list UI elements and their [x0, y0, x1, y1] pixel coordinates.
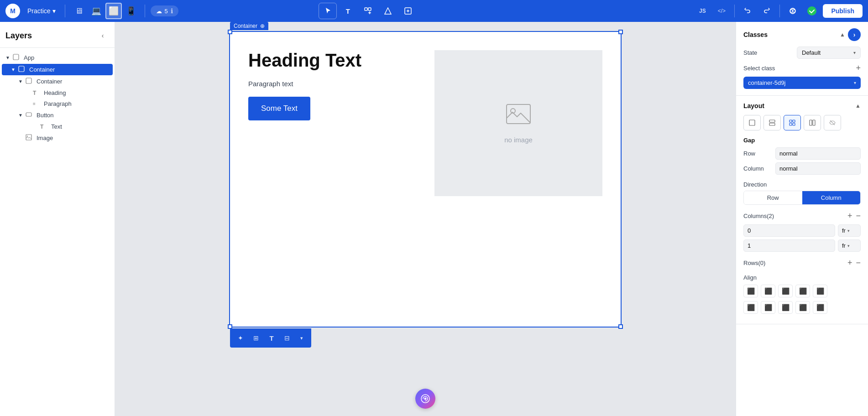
divider-4 [779, 5, 780, 17]
text-tool-btn[interactable]: T [339, 3, 357, 19]
layout-grid-btn[interactable] [784, 115, 801, 130]
laptop-btn[interactable]: 💻 [88, 3, 105, 19]
resize-handle-br[interactable] [618, 324, 623, 329]
align-top-right-btn[interactable]: ⬛ [778, 285, 793, 297]
add-row-btn[interactable]: + [847, 258, 852, 268]
undo-btn[interactable] [739, 3, 756, 19]
interact-tool-btn[interactable] [399, 3, 417, 19]
canvas-frame-label: Container ⊕ [230, 22, 268, 30]
canvas-bottom-toolbar: ✦ ⊞ T ⊟ ▾ [230, 328, 311, 348]
direction-row-btn[interactable]: Row [744, 191, 802, 204]
align-top-left-btn[interactable]: ⬛ [743, 285, 758, 297]
remove-row-btn[interactable]: − [856, 258, 861, 268]
columns-section: Columns(2) + − fr ▾ [743, 211, 861, 252]
align-bottom-left-btn[interactable]: ⬛ [743, 301, 758, 314]
cursor-tool-btn[interactable] [319, 3, 337, 19]
row-gap-label: Row [743, 150, 775, 157]
paragraph-element: Paragraph text [248, 80, 416, 88]
toolbar-text-btn[interactable]: T [265, 331, 278, 345]
svg-rect-0 [365, 8, 367, 10]
state-select[interactable]: Default ▾ [797, 47, 861, 59]
layout-block-btn[interactable] [743, 115, 761, 130]
align-distribute-v-btn[interactable]: ⬛ [813, 301, 827, 314]
issue-badge[interactable]: ☁ 5 ℹ [151, 5, 178, 16]
classes-chevron[interactable]: ▲ [840, 31, 845, 38]
col2-unit-select[interactable]: fr ▾ [838, 239, 861, 252]
right-panel: Classes ▲ › State Default ▾ Select class… [736, 22, 868, 416]
direction-section: Direction Row Column [743, 181, 861, 205]
align-bottom-center-btn[interactable]: ⬛ [761, 301, 775, 314]
column-row-1: fr ▾ [743, 224, 861, 237]
redo-btn[interactable] [758, 3, 775, 19]
layout-options [743, 115, 861, 130]
mobile-btn[interactable]: 📱 [123, 3, 139, 19]
toolbar-input-btn[interactable]: ⊟ [280, 331, 294, 345]
remove-column-btn[interactable]: − [856, 211, 861, 221]
align-distribute-h-btn[interactable]: ⬛ [795, 301, 810, 314]
preview-btn[interactable] [784, 3, 801, 19]
code-btn[interactable]: </> [713, 3, 730, 19]
layout-flex-col-btn[interactable] [763, 115, 781, 130]
toolbar-component-btn[interactable]: ✦ [234, 331, 247, 345]
class-tag[interactable]: container-5d9j ▾ [743, 77, 861, 89]
ai-assistant-bubble[interactable] [415, 389, 435, 409]
layout-section: Layout ▲ [736, 96, 868, 324]
align-space-v-btn[interactable]: ⬛ [813, 285, 827, 297]
layout-flex-row-btn[interactable] [804, 115, 821, 130]
layer-label: Image [37, 135, 53, 141]
sidebar-collapse-btn[interactable]: ‹ [96, 29, 109, 42]
col1-unit-select[interactable]: fr ▾ [838, 224, 861, 237]
tablet-btn[interactable]: ⬜ [105, 3, 122, 19]
some-text-button[interactable]: Some Text [248, 97, 310, 120]
add-element-btn[interactable] [359, 3, 377, 19]
layer-item-inner-container[interactable]: ▼ Container [2, 76, 113, 87]
sidebar: Layers ‹ ▼ App ▼ Container ▼ [0, 22, 115, 416]
layout-hidden-btn[interactable] [824, 115, 841, 130]
classes-expand-btn[interactable]: › [848, 28, 861, 41]
desktop-btn[interactable]: 🖥 [71, 3, 87, 19]
project-selector[interactable]: Practice ▾ [24, 5, 59, 16]
align-space-h-btn[interactable]: ⬛ [795, 285, 810, 297]
layer-item-button[interactable]: ▼ Button [2, 109, 113, 121]
badge-count: 5 [165, 8, 168, 15]
right-actions: JS </> Publish [694, 3, 863, 19]
resize-handle-tl[interactable] [228, 30, 232, 34]
toolbar-more-btn[interactable]: ▾ [296, 331, 308, 345]
align-top-row: ⬛ ⬛ ⬛ ⬛ ⬛ [743, 285, 861, 297]
classes-header: Classes ▲ › [743, 28, 861, 41]
layer-item-paragraph[interactable]: ▶ ≡ Paragraph [2, 99, 113, 109]
canvas-wrapper[interactable]: Container ⊕ Heading Text Paragraph text … [115, 22, 736, 416]
direction-column-btn[interactable]: Column [802, 191, 861, 204]
layer-item-text[interactable]: ▶ T Text [2, 121, 113, 132]
layout-chevron[interactable]: ▲ [855, 103, 861, 109]
rows-header: Rows(0) + − [743, 258, 861, 268]
row-gap-value[interactable]: normal [775, 147, 861, 160]
col2-value-input[interactable] [743, 239, 835, 252]
layer-item-app[interactable]: ▼ App [2, 52, 113, 63]
align-top-center-btn[interactable]: ⬛ [761, 285, 775, 297]
row-gap-row: Row normal [743, 147, 861, 160]
publish-button[interactable]: Publish [823, 4, 863, 18]
align-bottom-right-btn[interactable]: ⬛ [778, 301, 793, 314]
toolbar-container-btn[interactable]: ⊞ [249, 331, 263, 345]
state-caret: ▾ [853, 50, 856, 55]
left-column: Heading Text Paragraph text Some Text [248, 50, 416, 196]
layer-item-image[interactable]: ▶ Image [2, 132, 113, 144]
add-column-btn[interactable]: + [847, 211, 852, 221]
tool-group: T [319, 3, 417, 19]
add-class-btn[interactable]: + [856, 63, 861, 73]
col1-value-input[interactable] [743, 224, 835, 237]
js-btn[interactable]: JS [694, 3, 711, 19]
svg-rect-25 [813, 120, 815, 125]
main-layout: Layers ‹ ▼ App ▼ Container ▼ [0, 22, 868, 416]
check-btn[interactable] [804, 3, 820, 19]
svg-point-6 [807, 6, 816, 16]
svg-marker-2 [385, 8, 391, 14]
logo[interactable]: M [5, 4, 20, 18]
shape-tool-btn[interactable] [379, 3, 397, 19]
svg-rect-1 [368, 8, 371, 10]
layer-item-heading[interactable]: ▶ T Heading [2, 88, 113, 98]
resize-handle-tr[interactable] [618, 30, 623, 34]
col-gap-value[interactable]: normal [775, 162, 861, 175]
layer-item-container-selected[interactable]: ▼ Container [2, 64, 113, 75]
